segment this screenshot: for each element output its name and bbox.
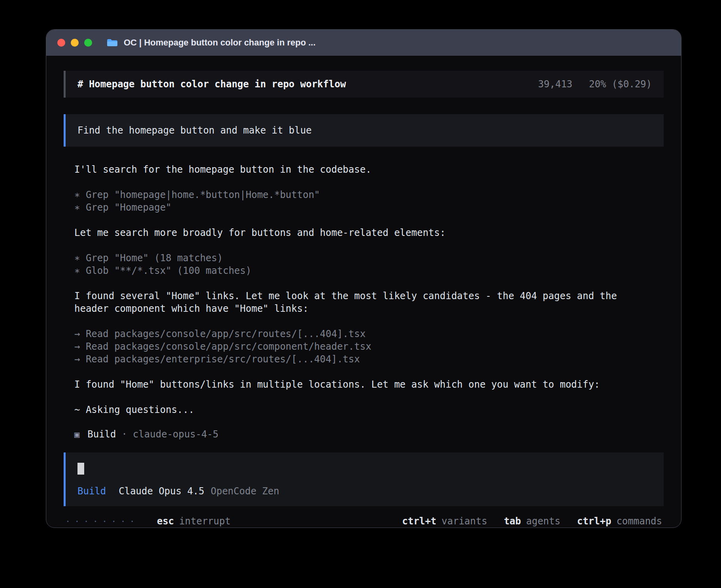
tool-call-read: → Read packages/console/app/src/routes/[…	[74, 328, 640, 340]
tool-call-read: → Read packages/console/app/src/componen…	[74, 340, 640, 353]
separator-dot-icon: ·	[122, 429, 127, 440]
ctrl-p-key: ctrl+p	[577, 516, 612, 527]
status-bar-right: ctrl+t variants tab agents ctrl+p comman…	[402, 516, 662, 527]
esc-key: esc	[157, 516, 174, 527]
tool-call-grep: ∗ Grep "Homepage"	[74, 201, 640, 214]
titlebar[interactable]: OC | Homepage button color change in rep…	[46, 30, 681, 56]
tab-key: tab	[504, 516, 521, 527]
input-meta: Build Claude Opus 4.5 OpenCode Zen	[77, 486, 652, 497]
spinner-dots-icon: ········	[65, 516, 139, 526]
hint-commands: ctrl+p commands	[577, 516, 662, 527]
assistant-text: I found "Home" buttons/links in multiple…	[74, 378, 640, 391]
agent-mode-icon: ▣	[74, 430, 79, 439]
session-header: # Homepage button color change in repo w…	[64, 71, 664, 98]
agent-status: ▣ Build · claude-opus-4-5	[74, 429, 640, 440]
session-title: # Homepage button color change in repo w…	[77, 79, 346, 90]
context-usage: 20% ($0.29)	[589, 79, 652, 90]
transcript: I'll search for the homepage button in t…	[64, 163, 664, 452]
esc-label: interrupt	[179, 516, 230, 527]
commands-label: commands	[616, 516, 662, 527]
prompt-input[interactable]: Build Claude Opus 4.5 OpenCode Zen	[64, 452, 664, 506]
session-stats: 39,413 20% ($0.29)	[538, 79, 652, 90]
zoom-button[interactable]	[84, 39, 92, 47]
terminal-body: # Homepage button color change in repo w…	[46, 56, 681, 528]
window-title: OC | Homepage button color change in rep…	[124, 38, 315, 48]
tool-call-grep: ∗ Grep "Home" (18 matches)	[74, 252, 640, 264]
user-message: Find the homepage button and make it blu…	[64, 114, 664, 147]
agents-label: agents	[526, 516, 561, 527]
status-bar-left: ········ esc interrupt	[65, 516, 230, 527]
close-button[interactable]	[57, 39, 65, 47]
terminal-window: OC | Homepage button color change in rep…	[46, 29, 681, 528]
assistant-text: I found several "Home" links. Let me loo…	[74, 290, 640, 315]
assistant-text: I'll search for the homepage button in t…	[74, 163, 640, 176]
token-count: 39,413	[538, 79, 572, 90]
ctrl-t-key: ctrl+t	[402, 516, 436, 527]
assistant-text: Let me search more broadly for buttons a…	[74, 226, 640, 239]
agent-name: Build	[87, 429, 116, 440]
agent-badge[interactable]: Build	[77, 486, 106, 497]
hint-variants: ctrl+t variants	[402, 516, 487, 527]
tool-call-glob: ∗ Glob "**/*.tsx" (100 matches)	[74, 264, 640, 277]
tool-call-read: → Read packages/enterprise/src/routes/[.…	[74, 353, 640, 366]
model-name: claude-opus-4-5	[133, 429, 219, 440]
user-message-text: Find the homepage button and make it blu…	[77, 125, 311, 136]
folder-icon	[106, 38, 118, 47]
assistant-status-text: ~ Asking questions...	[74, 403, 640, 416]
hint-agents: tab agents	[504, 516, 561, 527]
minimize-button[interactable]	[71, 39, 79, 47]
hint-interrupt: esc interrupt	[157, 516, 230, 527]
model-badge: Claude Opus 4.5	[119, 486, 204, 497]
variants-label: variants	[442, 516, 487, 527]
provider-badge: OpenCode Zen	[211, 486, 279, 497]
status-bar: ········ esc interrupt ctrl+t variants t…	[64, 516, 664, 527]
traffic-lights	[57, 39, 92, 47]
tool-call-grep: ∗ Grep "homepage|home.*button|Home.*butt…	[74, 188, 640, 201]
text-cursor	[77, 463, 84, 475]
